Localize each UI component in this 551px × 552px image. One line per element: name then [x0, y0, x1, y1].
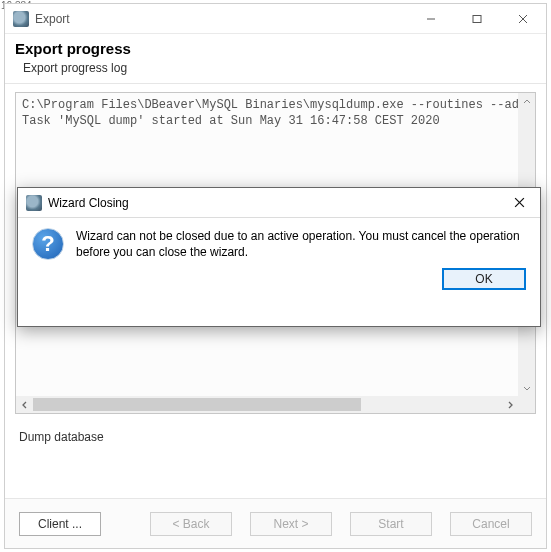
close-window-button[interactable]: [500, 4, 546, 34]
scroll-corner: [518, 396, 535, 413]
back-button[interactable]: < Back: [150, 512, 232, 536]
scroll-left-icon[interactable]: [16, 396, 33, 413]
scroll-down-icon[interactable]: [518, 379, 535, 396]
operation-label: Dump database: [5, 414, 546, 444]
dialog-title: Wizard Closing: [48, 196, 498, 210]
page-subtitle: Export progress log: [5, 61, 546, 83]
dialog-message: Wizard can not be closed due to an activ…: [76, 228, 526, 260]
scroll-up-icon[interactable]: [518, 93, 535, 110]
titlebar: Export: [5, 4, 546, 34]
dialog-footer: OK: [18, 262, 540, 290]
dialog-app-icon: [26, 195, 42, 211]
start-button[interactable]: Start: [350, 512, 432, 536]
maximize-button[interactable]: [454, 4, 500, 34]
dialog-titlebar: Wizard Closing: [18, 188, 540, 218]
question-icon: ?: [32, 228, 64, 260]
horizontal-scroll-thumb[interactable]: [33, 398, 361, 411]
ok-button[interactable]: OK: [442, 268, 526, 290]
footer-button-bar: Client ... < Back Next > Start Cancel: [5, 498, 546, 548]
app-icon: [13, 11, 29, 27]
next-button[interactable]: Next >: [250, 512, 332, 536]
page-title: Export progress: [15, 40, 536, 57]
log-text: C:\Program Files\DBeaver\MySQL Binaries\…: [16, 93, 535, 133]
wizard-closing-dialog: Wizard Closing ? Wizard can not be close…: [17, 187, 541, 327]
client-button[interactable]: Client ...: [19, 512, 101, 536]
export-window: Export Export progress Export progress l…: [4, 3, 547, 549]
horizontal-scrollbar[interactable]: [16, 396, 535, 413]
dialog-body: ? Wizard can not be closed due to an act…: [18, 218, 540, 262]
svg-rect-1: [473, 15, 481, 22]
dialog-close-button[interactable]: [498, 188, 540, 218]
page-header: Export progress: [5, 34, 546, 61]
horizontal-scroll-track[interactable]: [33, 396, 501, 413]
scroll-right-icon[interactable]: [501, 396, 518, 413]
cancel-button[interactable]: Cancel: [450, 512, 532, 536]
window-title: Export: [35, 12, 408, 26]
minimize-button[interactable]: [408, 4, 454, 34]
